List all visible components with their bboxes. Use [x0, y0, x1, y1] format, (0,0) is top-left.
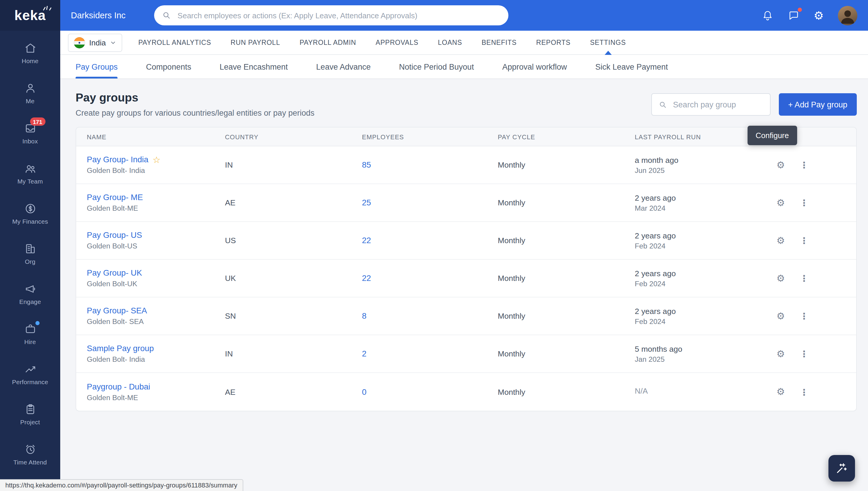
employee-count-link[interactable]: 2: [362, 349, 366, 358]
country-cell: US: [225, 236, 362, 245]
settings-subnav-tab-label: Components: [146, 62, 191, 71]
global-search-input[interactable]: [176, 10, 500, 20]
messages-chat-icon[interactable]: [788, 9, 800, 21]
settings-subnav-tab[interactable]: Components: [146, 55, 191, 79]
row-menu-kebab-icon[interactable]: ⋮: [800, 349, 809, 358]
employees-cell: 25: [362, 198, 498, 207]
employee-count-link[interactable]: 22: [362, 274, 371, 283]
configure-gear-icon[interactable]: ⚙: [777, 160, 785, 170]
star-icon[interactable]: ☆: [152, 155, 161, 164]
table-row[interactable]: Sample Pay group ☆ Golden Bolt- India IN…: [76, 335, 856, 373]
company-name: Darksiders Inc: [71, 11, 125, 20]
configure-gear-icon[interactable]: ⚙: [777, 273, 785, 283]
configure-gear-icon[interactable]: ⚙: [777, 198, 785, 207]
sidebar-item[interactable]: Me: [0, 73, 60, 113]
settings-subnav-tab[interactable]: Sick Leave Payment: [595, 55, 668, 79]
settings-subnav-tab[interactable]: Pay Groups: [76, 55, 118, 79]
column-header: EMPLOYEES: [362, 133, 498, 140]
pay-group-name-link[interactable]: Pay Group- US: [87, 231, 142, 239]
payroll-nav-tab[interactable]: PAYROLL ANALYTICS: [138, 31, 211, 54]
employee-count-link[interactable]: 0: [362, 387, 366, 396]
employees-cell: 0: [362, 387, 498, 396]
sidebar-item[interactable]: Project: [0, 394, 60, 434]
row-menu-kebab-icon[interactable]: ⋮: [800, 274, 809, 283]
settings-subnav-tab[interactable]: Leave Encashment: [220, 55, 288, 79]
pay-group-name-link[interactable]: Pay Group- India: [87, 155, 148, 164]
settings-subnav-tab[interactable]: Notice Period Buyout: [399, 55, 474, 79]
sidebar-item[interactable]: Performance: [0, 354, 60, 394]
gear-glyph: ⚙: [814, 10, 824, 21]
employee-count-link[interactable]: 22: [362, 236, 371, 245]
chevron-down-icon: [110, 39, 116, 46]
payroll-nav-tab[interactable]: REPORTS: [536, 31, 570, 54]
user-icon: [24, 82, 36, 94]
sidebar-item[interactable]: Home: [0, 33, 60, 73]
settings-subnav-tab[interactable]: Approval workflow: [502, 55, 567, 79]
sidebar-item[interactable]: My Finances: [0, 194, 60, 234]
user-avatar[interactable]: [838, 6, 857, 25]
payroll-nav-tab[interactable]: LOANS: [438, 31, 462, 54]
global-search[interactable]: [154, 5, 508, 25]
table-row[interactable]: Paygroup - Dubai ☆ Golden Bolt-ME AE 0 M…: [76, 373, 856, 411]
home-icon: [24, 42, 36, 54]
employee-count-link[interactable]: 8: [362, 312, 366, 320]
pay-group-name-link[interactable]: Pay Group- UK: [87, 268, 142, 277]
notifications-bell-icon[interactable]: [762, 9, 774, 21]
configure-gear-icon[interactable]: ⚙: [777, 311, 785, 321]
search-icon: [162, 11, 171, 20]
legal-entity-label: Golden Bolt-UK: [87, 280, 225, 288]
topbar: Darksiders Inc ⚙: [60, 0, 868, 31]
row-menu-kebab-icon[interactable]: ⋮: [800, 161, 809, 169]
sidebar-item[interactable]: Hire: [0, 314, 60, 354]
payroll-nav-tab[interactable]: PAYROLL ADMIN: [300, 31, 356, 54]
inbox-count-badge: 171: [30, 117, 45, 126]
payroll-nav-tab[interactable]: APPROVALS: [375, 31, 418, 54]
ai-assistant-button[interactable]: [829, 455, 855, 482]
pay-group-search-input[interactable]: [672, 99, 763, 110]
sidebar-item-icon-wrap: [24, 363, 36, 375]
pay-group-name-link[interactable]: Paygroup - Dubai: [87, 382, 150, 391]
employee-count-link[interactable]: 25: [362, 198, 371, 207]
keka-logo[interactable]: keka: [0, 0, 60, 31]
table-row[interactable]: Pay Group- India ☆ Golden Bolt- India IN…: [76, 146, 856, 184]
last-run-date: Jun 2025: [635, 166, 777, 174]
sidebar-item[interactable]: Org: [0, 234, 60, 274]
notification-dot: [35, 321, 39, 325]
pay-group-name-link[interactable]: Pay Group- SEA: [87, 306, 147, 315]
sidebar-item[interactable]: Engage: [0, 274, 60, 314]
pay-group-name-link[interactable]: Pay Group- ME: [87, 193, 143, 202]
row-menu-kebab-icon[interactable]: ⋮: [800, 312, 809, 320]
entity-selector[interactable]: India: [68, 33, 122, 52]
table-row[interactable]: Pay Group- UK ☆ Golden Bolt-UK UK 22 Mon…: [76, 260, 856, 297]
last-run-date: Feb 2024: [635, 317, 777, 325]
settings-gear-icon[interactable]: ⚙: [814, 10, 824, 21]
employee-count-link[interactable]: 85: [362, 161, 371, 169]
row-menu-kebab-icon[interactable]: ⋮: [800, 198, 809, 207]
last-run-date: Mar 2024: [635, 204, 777, 212]
sidebar-item[interactable]: 171 Inbox: [0, 113, 60, 153]
last-payroll-run-cell: 2 years ago Feb 2024: [635, 307, 777, 325]
pay-group-name-link[interactable]: Sample Pay group: [87, 344, 154, 353]
row-menu-kebab-icon[interactable]: ⋮: [800, 236, 809, 245]
pay-group-search[interactable]: [651, 93, 771, 116]
payroll-nav-tab[interactable]: BENEFITS: [481, 31, 517, 54]
row-menu-kebab-icon[interactable]: ⋮: [800, 387, 809, 396]
topbar-icons: ⚙: [762, 6, 868, 25]
keka-spark-icon: [42, 3, 53, 10]
configure-gear-icon[interactable]: ⚙: [777, 387, 785, 397]
table-row[interactable]: Pay Group- SEA ☆ Golden Bolt- SEA SN 8 M…: [76, 297, 856, 335]
settings-subnav-tab[interactable]: Leave Advance: [316, 55, 371, 79]
payroll-nav-tab[interactable]: SETTINGS: [590, 31, 625, 54]
payroll-nav-tab[interactable]: RUN PAYROLL: [231, 31, 280, 54]
sidebar-item[interactable]: My Team: [0, 153, 60, 194]
page-title: Pay groups: [76, 91, 314, 105]
configure-gear-icon[interactable]: ⚙: [777, 349, 785, 358]
sidebar-item-icon-wrap: [24, 443, 36, 456]
sidebar-item[interactable]: Time Attend: [0, 434, 60, 474]
table-row[interactable]: Pay Group- ME ☆ Golden Bolt-ME AE 25 Mon…: [76, 184, 856, 222]
pay-cycle-cell: Monthly: [498, 349, 635, 358]
last-run-relative: 2 years ago: [635, 193, 777, 202]
table-row[interactable]: Pay Group- US ☆ Golden Bolt-US US 22 Mon…: [76, 222, 856, 260]
add-pay-group-button[interactable]: + Add Pay group: [779, 93, 857, 116]
configure-gear-icon[interactable]: ⚙: [777, 236, 785, 245]
